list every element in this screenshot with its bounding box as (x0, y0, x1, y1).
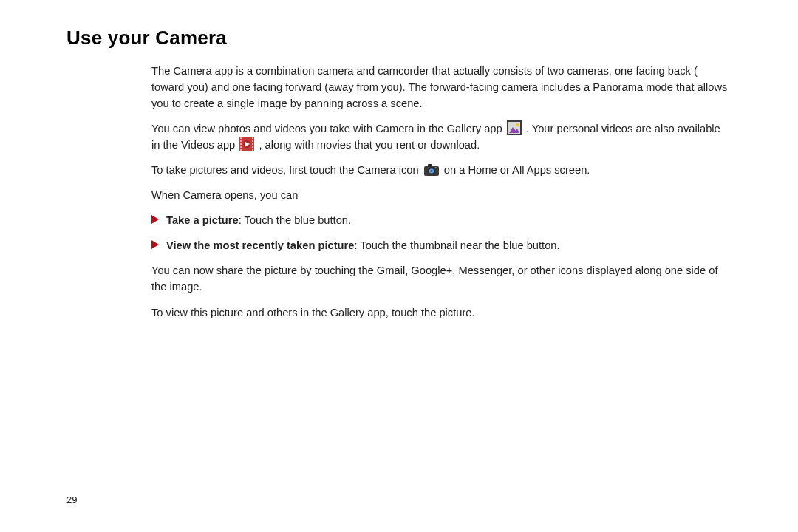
gallery-videos-paragraph: You can view photos and videos you take … (151, 120, 732, 153)
svg-rect-14 (252, 149, 253, 151)
videos-app-icon (239, 137, 254, 151)
bullet-arrow-icon (151, 215, 159, 224)
camera-app-icon (423, 163, 440, 177)
svg-point-3 (516, 123, 519, 126)
svg-rect-13 (252, 146, 253, 148)
bullet-arrow-icon (151, 240, 159, 249)
p3b: on a Home or All Apps screen. (444, 164, 590, 176)
svg-rect-8 (240, 146, 242, 148)
page: Use your Camera The Camera app is a comb… (0, 0, 798, 532)
bullet-rest: : Touch the blue button. (239, 214, 351, 226)
bullet-bold: Take a picture (166, 214, 239, 226)
svg-rect-7 (240, 143, 242, 145)
svg-rect-10 (252, 137, 253, 139)
page-title: Use your Camera (66, 27, 732, 50)
bullet-take-picture: Take a picture: Touch the blue button. (151, 212, 732, 228)
p3a: To take pictures and videos, first touch… (151, 164, 422, 176)
bullet-bold: View the most recently taken picture (166, 239, 354, 251)
page-number: 29 (66, 494, 77, 505)
svg-rect-6 (240, 140, 242, 142)
share-paragraph: You can now share the picture by touchin… (151, 262, 732, 295)
p2c: , along with movies that you rent or dow… (259, 139, 480, 151)
camera-launch-paragraph: To take pictures and videos, first touch… (151, 162, 732, 178)
svg-rect-18 (428, 164, 432, 167)
svg-point-21 (430, 170, 432, 172)
svg-rect-12 (252, 143, 253, 145)
gallery-app-icon (507, 120, 522, 135)
bullet-rest: : Touch the thumbnail near the blue butt… (354, 239, 559, 251)
svg-rect-9 (240, 149, 242, 151)
intro-paragraph: The Camera app is a combination camera a… (151, 63, 732, 112)
body-text: The Camera app is a combination camera a… (151, 63, 732, 321)
svg-rect-22 (435, 168, 437, 169)
bullet-text: View the most recently taken picture: To… (166, 237, 732, 253)
view-gallery-paragraph: To view this picture and others in the G… (151, 304, 732, 321)
bullet-text: Take a picture: Touch the blue button. (166, 212, 732, 228)
bullet-view-recent: View the most recently taken picture: To… (151, 237, 732, 253)
when-opens-paragraph: When Camera opens, you can (151, 187, 732, 203)
svg-rect-11 (252, 140, 253, 142)
p2a: You can view photos and videos you take … (151, 123, 505, 134)
svg-rect-5 (240, 137, 242, 139)
